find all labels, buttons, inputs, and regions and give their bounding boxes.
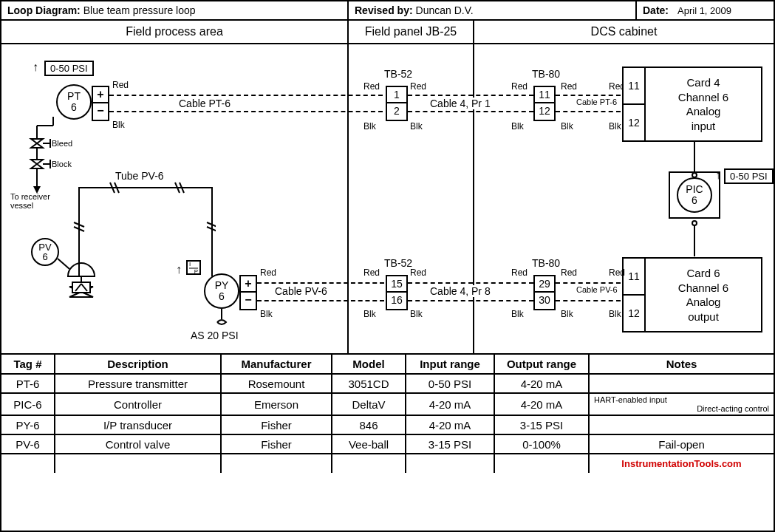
- watermark: InstrumentationTools.com: [589, 454, 774, 473]
- td: 3-15 PSI: [406, 434, 494, 454]
- tb80-bot-red-l: Red: [511, 267, 528, 278]
- td: 4-20 mA: [406, 415, 494, 434]
- svg-point-3: [692, 221, 697, 225]
- spec-table: Tag # Description Manufacturer Model Inp…: [1, 355, 774, 473]
- rev-label: Revised by:: [355, 4, 413, 16]
- as-label: AS 20 PSI: [191, 330, 239, 341]
- td: Vee-ball: [332, 434, 406, 454]
- tb80-bot-red-r: Red: [561, 267, 577, 278]
- header-date: Date: April 1, 2009: [637, 1, 774, 19]
- block-label: Block: [52, 160, 72, 168]
- rev-value: Duncan D.V.: [416, 4, 474, 16]
- area-dcs: DCS cabinet: [474, 21, 774, 43]
- card-in-l2: Channel 6: [646, 90, 761, 105]
- tb52-label-bot: TB-52: [384, 257, 412, 269]
- py-plus: +: [241, 276, 256, 293]
- cable-pt6-blk: [109, 111, 383, 112]
- py-blk: Blk: [260, 309, 273, 319]
- tb52-top: 1 2: [386, 86, 408, 121]
- td: [494, 454, 589, 473]
- pic-square: [669, 171, 720, 219]
- area-titles: Field process area Field panel JB-25 DCS…: [1, 21, 774, 44]
- tb52-bot-red-l: Red: [363, 267, 380, 278]
- card-in-t1: 11: [624, 68, 644, 105]
- tb80-top-blk-r: Blk: [561, 121, 573, 132]
- tb80-label-top: TB-80: [532, 68, 560, 80]
- td: DeltaV: [332, 393, 406, 415]
- notes-line2: Direct-acting control: [594, 404, 769, 413]
- svg-marker-17: [31, 139, 43, 148]
- divider-panel-dcs: [473, 44, 474, 353]
- card-in-blk: Blk: [609, 121, 621, 132]
- td: Fisher: [221, 415, 332, 434]
- table-row: PIC-6 Controller Emerson DeltaV 4-20 mA …: [1, 393, 774, 415]
- cable-pv6b-red: [556, 282, 621, 284]
- td: [1, 454, 55, 473]
- area-field: Field process area: [1, 21, 349, 43]
- diagram-area: ↑ 0-50 PSI PT 6 + − Red Blk Cable PT-6 T…: [1, 44, 774, 355]
- table-header-row: Tag # Description Manufacturer Model Inp…: [1, 355, 774, 374]
- tb80-top: 11 12: [533, 86, 556, 121]
- card-in-l3: Analog: [646, 104, 761, 119]
- td: 0-100%: [494, 434, 589, 454]
- card-out-t1: 11: [624, 259, 644, 296]
- tb80-label-bot: TB-80: [532, 257, 560, 269]
- card-out-blk: Blk: [609, 309, 621, 319]
- tb80-bot-blk-r: Blk: [561, 309, 573, 319]
- tb52-top-red-l: Red: [363, 81, 380, 92]
- pt-polarity: + −: [92, 86, 109, 121]
- tb52-bot: 15 16: [386, 275, 408, 310]
- bleed-label: Bleed: [52, 139, 72, 148]
- card-in-l1: Card 4: [646, 75, 761, 90]
- notes-line1: HART-enabled input: [594, 395, 769, 404]
- air-supply-icon: [216, 309, 228, 330]
- cable4-pr8-red: [408, 282, 533, 284]
- header-revised: Revised by: Duncan D.V.: [349, 1, 637, 19]
- tb80-top-red-l: Red: [511, 81, 528, 92]
- card-analog-output: 11 12 Card 6 Channel 6 Analog output: [622, 257, 762, 332]
- cable-pt6b-blk: [556, 111, 621, 112]
- pt-minus: −: [93, 103, 108, 120]
- pt-arrow-icon: ↑: [33, 61, 38, 74]
- py-red: Red: [260, 267, 276, 278]
- to-receiver: To receiver vessel: [10, 192, 50, 210]
- td: Controller: [55, 393, 221, 415]
- tb52-bot-2: 16: [387, 293, 406, 309]
- tb80-top-2: 12: [535, 103, 554, 120]
- cable-pv6-red: [257, 282, 384, 284]
- tb52-bot-blk-r: Blk: [410, 309, 423, 319]
- py-minus: −: [241, 293, 256, 309]
- card-out-l2: Channel 6: [646, 281, 761, 296]
- card-in-l4: input: [646, 119, 761, 134]
- divider-field-panel: [347, 44, 349, 353]
- cable-pt6-label: Cable PT-6: [179, 98, 231, 109]
- table-row: PV-6 Control valve Fisher Vee-ball 3-15 …: [1, 434, 774, 454]
- cable-pt6b-label: Cable PT-6: [576, 98, 617, 106]
- th-model: Model: [332, 355, 406, 374]
- td: 0-50 PSI: [406, 374, 494, 393]
- pt-red-1: Red: [112, 80, 129, 90]
- pt-tag-a: PT: [58, 91, 90, 102]
- tb80-bot: 29 30: [533, 275, 556, 310]
- svg-line-26: [58, 259, 69, 269]
- td: [55, 454, 221, 473]
- pv-tag-b: 6: [33, 252, 58, 262]
- td: Emerson: [221, 393, 332, 415]
- td: [589, 374, 774, 393]
- tb80-top-1: 11: [535, 87, 554, 103]
- card-in-t2: 12: [624, 105, 644, 140]
- card-out-l3: Analog: [646, 295, 761, 310]
- tb52-label-top: TB-52: [384, 68, 412, 80]
- td: 3051CD: [332, 374, 406, 393]
- loop-title: Blue team pressure loop: [83, 4, 196, 16]
- tb52-top-1: 1: [387, 87, 406, 103]
- tb52-top-red-r: Red: [410, 81, 426, 92]
- cable-pt6-red: [109, 95, 383, 96]
- loop-label: Loop Diagram:: [7, 4, 81, 16]
- td: Control valve: [55, 434, 221, 454]
- table-row-empty: InstrumentationTools.com: [1, 454, 774, 473]
- td: [221, 454, 332, 473]
- cable4-pr1-blk: [408, 111, 533, 112]
- td: 4-20 mA: [494, 393, 589, 415]
- td: 3-15 PSI: [494, 415, 589, 434]
